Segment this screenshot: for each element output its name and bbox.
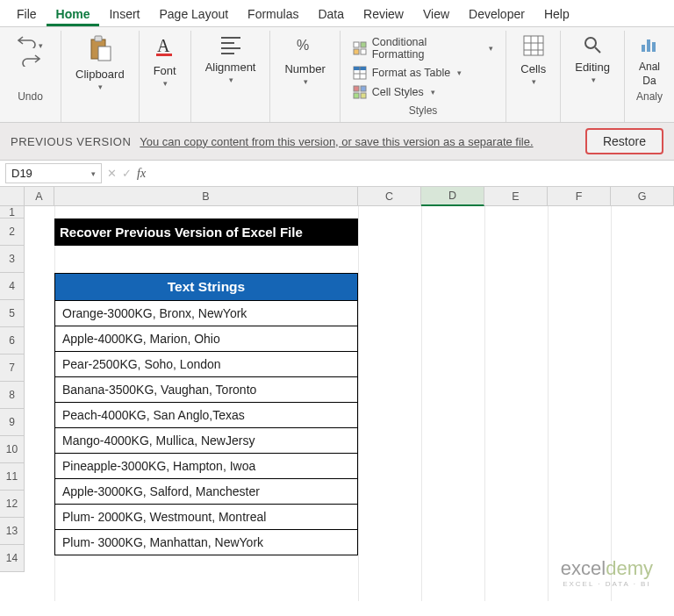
- undo-button[interactable]: ▾: [18, 34, 43, 51]
- row-header[interactable]: 12: [0, 491, 25, 518]
- group-analysis: Anal Da Analy: [625, 31, 674, 122]
- table-row[interactable]: Banana-3500KG, Vaughan, Toronto: [55, 377, 357, 403]
- data-table: Text Strings Orange-3000KG, Bronx, NewYo…: [54, 273, 358, 555]
- row-header[interactable]: 10: [0, 436, 25, 463]
- tab-data[interactable]: Data: [308, 2, 354, 26]
- row-header[interactable]: 13: [0, 518, 25, 545]
- number-button[interactable]: % Number ▾: [279, 34, 330, 86]
- col-header[interactable]: D: [421, 187, 484, 206]
- tab-review[interactable]: Review: [354, 2, 413, 26]
- row-header[interactable]: 14: [0, 545, 25, 572]
- svg-rect-21: [361, 93, 366, 98]
- table-row[interactable]: Mango-4000KG, Mullica, NewJersy: [55, 428, 357, 454]
- editing-label: Editing: [575, 61, 610, 74]
- spreadsheet-grid: 1 2 3 4 5 6 7 8 9 10 11 12 13 14 A B C D…: [0, 187, 674, 601]
- analysis-group-label: Analy: [636, 87, 663, 106]
- name-box-value: D19: [11, 167, 32, 180]
- undo-group-label: Undo: [18, 87, 43, 106]
- chevron-down-icon: ▾: [489, 44, 493, 53]
- chevron-down-icon: ▾: [163, 79, 168, 88]
- col-header[interactable]: C: [358, 187, 421, 206]
- tab-file[interactable]: File: [7, 2, 47, 26]
- tab-insert[interactable]: Insert: [99, 2, 149, 26]
- conditional-formatting-button[interactable]: Conditional Formatting▾: [349, 34, 498, 62]
- row-header[interactable]: 5: [0, 300, 25, 327]
- svg-rect-10: [354, 42, 359, 47]
- grid-body[interactable]: Recover Previous Version of Excel File T…: [25, 206, 674, 601]
- row-header[interactable]: 9: [0, 409, 25, 436]
- group-number: % Number ▾: [270, 31, 340, 122]
- tab-help[interactable]: Help: [534, 2, 579, 26]
- title-cell[interactable]: Recover Previous Version of Excel File: [54, 218, 358, 246]
- group-styles: Conditional Formatting▾ Format as Table▾…: [341, 31, 507, 122]
- chevron-down-icon: ▾: [304, 77, 308, 86]
- svg-rect-12: [354, 49, 359, 54]
- cells-label: Cells: [520, 62, 546, 75]
- alignment-button[interactable]: Alignment ▾: [200, 34, 262, 84]
- enter-formula-icon[interactable]: ✓: [122, 167, 132, 180]
- watermark: exceldemy EXCEL · DATA · BI: [561, 557, 653, 588]
- group-clipboard: Clipboard ▾: [61, 31, 140, 122]
- editing-button[interactable]: Editing ▾: [570, 34, 615, 84]
- row-header[interactable]: 8: [0, 382, 25, 409]
- svg-rect-11: [361, 42, 366, 47]
- redo-button[interactable]: [21, 53, 40, 69]
- previous-version-link[interactable]: You can copy content from this version, …: [140, 135, 533, 148]
- svg-rect-1: [95, 36, 102, 41]
- font-button[interactable]: A Font ▾: [148, 34, 182, 88]
- fx-icon[interactable]: fx: [137, 167, 146, 181]
- row-header[interactable]: 4: [0, 273, 25, 300]
- restore-button[interactable]: Restore: [585, 128, 663, 154]
- chevron-down-icon: ▾: [91, 169, 96, 178]
- format-as-table-button[interactable]: Format as Table▾: [349, 64, 465, 82]
- cell-styles-button[interactable]: Cell Styles▾: [349, 83, 439, 101]
- paste-button[interactable]: Clipboard ▾: [70, 34, 130, 91]
- column-headers: A B C D E F G: [25, 187, 674, 206]
- col-header[interactable]: G: [611, 187, 674, 206]
- chevron-down-icon: ▾: [98, 82, 103, 91]
- analyze-data-button[interactable]: Anal Da: [634, 34, 665, 87]
- table-row[interactable]: Pear-2500KG, Soho, London: [55, 352, 357, 377]
- table-row[interactable]: Apple-4000KG, Marion, Ohio: [55, 326, 357, 352]
- svg-rect-19: [361, 86, 366, 91]
- tab-home[interactable]: Home: [47, 2, 100, 26]
- formula-bar: D19 ▾ ✕ ✓ fx: [0, 161, 674, 187]
- table-row[interactable]: Peach-4000KG, San Anglo,Texas: [55, 403, 357, 428]
- col-header[interactable]: F: [548, 187, 611, 206]
- watermark-brand2: demy: [606, 557, 653, 579]
- select-all-corner[interactable]: [0, 187, 25, 206]
- styles-group-label: Styles: [409, 101, 438, 120]
- cells-button[interactable]: Cells ▾: [515, 34, 551, 86]
- chevron-down-icon: ▾: [229, 75, 233, 84]
- table-row[interactable]: Pineapple-3000KG, Hampton, Iwoa: [55, 454, 357, 479]
- table-row[interactable]: Plum- 2000KG, Westmount, Montreal: [55, 505, 357, 530]
- col-header[interactable]: B: [54, 187, 358, 206]
- number-label: Number: [284, 62, 325, 75]
- tab-view[interactable]: View: [413, 2, 459, 26]
- col-header[interactable]: E: [484, 187, 548, 206]
- svg-rect-4: [156, 54, 172, 56]
- col-header[interactable]: A: [25, 187, 54, 206]
- table-row[interactable]: Apple-3000KG, Salford, Manchester: [55, 479, 357, 505]
- row-header[interactable]: 2: [0, 218, 25, 246]
- row-header[interactable]: 3: [0, 246, 25, 273]
- format-as-table-label: Format as Table: [372, 67, 450, 79]
- row-header[interactable]: 1: [0, 206, 25, 218]
- cancel-formula-icon[interactable]: ✕: [107, 167, 117, 180]
- tab-pagelayout[interactable]: Page Layout: [149, 2, 238, 26]
- svg-rect-20: [354, 93, 359, 98]
- name-box[interactable]: D19 ▾: [5, 163, 102, 183]
- row-header[interactable]: 11: [0, 463, 25, 491]
- undo-stack: ▾: [12, 34, 48, 69]
- table-row[interactable]: Orange-3000KG, Bronx, NewYork: [55, 301, 357, 326]
- table-row[interactable]: Plum- 3000KG, Manhattan, NewYork: [55, 530, 357, 555]
- row-header[interactable]: 6: [0, 327, 25, 355]
- table-header[interactable]: Text Strings: [55, 274, 357, 301]
- group-cells: Cells ▾: [506, 31, 561, 122]
- tab-formulas[interactable]: Formulas: [238, 2, 308, 26]
- tab-developer[interactable]: Developer: [459, 2, 534, 26]
- ribbon: ▾ Undo Clipboard ▾ A Font ▾: [0, 27, 674, 123]
- svg-rect-22: [524, 36, 543, 55]
- formula-input[interactable]: [151, 164, 669, 183]
- row-header[interactable]: 7: [0, 355, 25, 382]
